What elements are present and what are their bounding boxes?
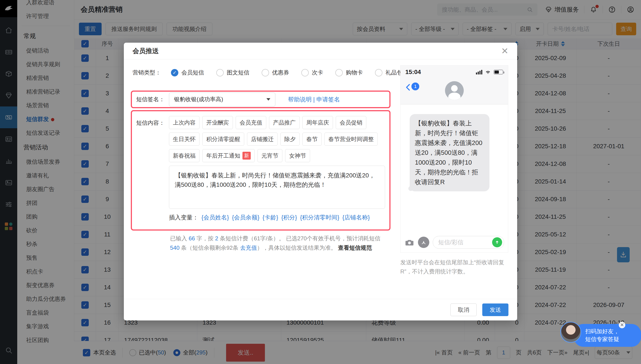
template-button-元宵节[interactable]: 元宵节: [258, 149, 282, 162]
sms-input-placeholder: 短信/彩信: [438, 238, 464, 246]
chat-bubble[interactable]: 扫码加好友， 短信专家答疑: [574, 324, 641, 347]
insert-variable-link[interactable]: {店铺名称}: [342, 214, 370, 222]
insert-variable-link[interactable]: {会员余额}: [232, 214, 260, 222]
template-button-除夕[interactable]: 除夕: [280, 132, 300, 146]
option-label: 会员短信: [181, 69, 204, 76]
template-button-开业酬宾[interactable]: 开业酬宾: [202, 116, 233, 129]
phone-compose-bar: 短信/彩信: [400, 232, 508, 252]
phone-preview: 15:04 1 【银豹收银】春装上新，时尚先行！储值钜惠震撼来袭，充值满200送…: [400, 65, 508, 253]
template-button-产品推广[interactable]: 产品推广: [269, 116, 300, 129]
chat-close-icon[interactable]: ✕: [619, 322, 625, 328]
template-label: 生日关怀: [173, 136, 195, 143]
signature-select[interactable]: 银豹收银(成功率高): [169, 92, 275, 106]
stats-text: ），具体以短信发送结果为准。: [257, 244, 338, 251]
template-label: 元宵节: [261, 152, 278, 160]
template-label: 新春祝福: [173, 152, 195, 160]
template-button-年后开工通知[interactable]: 年后开工通知新: [202, 149, 255, 162]
option-label: 购物卡: [346, 69, 363, 76]
sms-content-label: 短信内容：: [136, 119, 169, 225]
marketing-type-option-优惠券[interactable]: 优惠券: [262, 69, 289, 76]
sms-content-textarea[interactable]: 【银豹收银】春装上新，时尚先行！储值钜惠震撼来袭，充值满200送20，满500送…: [169, 166, 385, 209]
insert-variable-link[interactable]: {会员姓名}: [201, 214, 229, 222]
insert-variables-label: 插入变量：: [169, 214, 198, 222]
insert-variable-link[interactable]: {积分}: [281, 214, 297, 222]
template-label: 产品推广: [273, 119, 296, 126]
template-button-生日关怀[interactable]: 生日关怀: [169, 132, 199, 146]
marketing-type-option-次卡[interactable]: 次卡: [301, 69, 323, 76]
template-label: 会员充值: [240, 119, 262, 126]
insert-variable-link[interactable]: {积分清零时间}: [300, 214, 339, 222]
unread-badge: 1: [411, 82, 419, 90]
member-push-modal: 会员推送 ✕ 营销类型： ✓会员短信图文短信优惠券次卡购物卡礼品包 短信签名： …: [124, 43, 517, 320]
stats-text: 已输入: [170, 235, 188, 242]
option-label: 图文短信: [227, 69, 250, 76]
radio-checked-icon: ✓: [171, 69, 178, 76]
stats-text: 条短信计费（61字/条）。 已选270个有效手机号，预计消耗短信: [218, 235, 380, 242]
phone-nav-bar: 1: [400, 78, 508, 104]
template-button-会员促销[interactable]: 会员促销: [336, 116, 366, 129]
new-badge: 新: [243, 152, 251, 160]
send-arrow-icon[interactable]: [492, 237, 502, 247]
template-button-上次内容[interactable]: 上次内容: [169, 116, 199, 129]
template-button-春节营业时间调整[interactable]: 春节营业时间调整: [324, 132, 378, 146]
suffix-note: 发送时平台会在短信尾部加上“拒收请回复R”，不计入费用统计字数。: [400, 258, 509, 276]
insert-variables-row: 插入变量： {会员姓名}{会员余额}{卡龄}{积分}{积分清零时间}{店铺名称}: [169, 214, 385, 222]
template-label: 积分清零提醒: [206, 136, 240, 143]
marketing-type-option-图文短信[interactable]: 图文短信: [216, 69, 250, 76]
template-label: 除夕: [284, 136, 296, 143]
phone-time: 15:04: [405, 68, 421, 76]
option-label: 礼品包: [385, 69, 402, 76]
template-label: 女神节: [289, 152, 306, 160]
support-agent-avatar[interactable]: [560, 322, 581, 343]
template-label: 开业酬宾: [206, 119, 229, 126]
marketing-type-option-购物卡[interactable]: 购物卡: [335, 69, 363, 76]
marketing-type-label: 营销类型：: [133, 69, 161, 76]
marketing-type-option-礼品包[interactable]: 礼品包: [375, 69, 402, 76]
signature-help-links[interactable]: 帮助说明 | 申请签名: [288, 96, 340, 104]
cell-signal-icon: [476, 70, 482, 74]
template-button-新春祝福[interactable]: 新春祝福: [169, 149, 199, 162]
radio-unchecked-icon: [262, 69, 269, 76]
template-button-会员充值[interactable]: 会员充值: [236, 116, 266, 129]
template-button-女神节[interactable]: 女神节: [285, 149, 310, 162]
signature-value: 银豹收银(成功率高): [174, 96, 223, 103]
contact-avatar: [445, 81, 464, 100]
insert-variable-link[interactable]: {卡龄}: [263, 214, 278, 222]
template-button-春节[interactable]: 春节: [302, 132, 322, 146]
signature-highlight-box: 短信签名： 银豹收银(成功率高) 帮助说明 | 申请签名: [131, 90, 390, 108]
stats-link[interactable]: 540: [170, 244, 179, 251]
stats-link[interactable]: 去充值: [240, 244, 257, 251]
radio-unchecked-icon: [375, 69, 382, 76]
sms-preview-bubble: 【银豹收银】春装上新，时尚先行！储值钜惠震撼来袭，充值满200送20，满500送…: [410, 114, 490, 191]
stats-link[interactable]: 2: [215, 235, 218, 242]
content-highlight-box: 短信内容： 上次内容开业酬宾会员充值产品推广周年店庆会员促销生日关怀积分清零提醒…: [131, 110, 390, 230]
option-label: 优惠券: [272, 69, 289, 76]
sms-billing-stats: 已输入 66 字，按 2 条短信计费（61字/条）。 已选270个有效手机号，预…: [170, 234, 388, 252]
modal-header: 会员推送 ✕: [124, 43, 517, 60]
caret-down-icon: [266, 98, 270, 100]
camera-icon[interactable]: [404, 237, 414, 247]
signature-label: 短信签名：: [136, 96, 165, 103]
radio-unchecked-icon: [301, 69, 309, 76]
stats-link[interactable]: 66: [188, 235, 195, 242]
cancel-button[interactable]: 取消: [451, 304, 477, 316]
template-button-店铺搬迁[interactable]: 店铺搬迁: [247, 132, 278, 146]
radio-unchecked-icon: [216, 69, 224, 76]
sms-input-field[interactable]: 短信/彩信: [433, 236, 504, 248]
stats-text: 条（短信余额剩余92条: [179, 244, 240, 251]
close-icon[interactable]: ✕: [501, 46, 508, 55]
template-button-积分清零提醒[interactable]: 积分清零提醒: [202, 132, 244, 146]
template-label: 周年店庆: [306, 119, 329, 126]
appstore-icon[interactable]: [418, 237, 429, 248]
modal-footer: 取消 发送: [124, 299, 517, 320]
template-label: 会员促销: [340, 119, 362, 126]
phone-messages-area: 【银豹收银】春装上新，时尚先行！储值钜惠震撼来袭，充值满200送20，满500送…: [400, 104, 508, 232]
template-button-周年店庆[interactable]: 周年店庆: [302, 116, 333, 129]
stats-text: 字，按: [195, 235, 215, 242]
wifi-icon: [485, 68, 491, 76]
marketing-type-option-会员短信[interactable]: ✓会员短信: [171, 69, 204, 76]
battery-icon: [494, 70, 503, 74]
stats-text[interactable]: 查看短信规范: [338, 244, 372, 251]
phone-status-bar: 15:04: [400, 66, 508, 78]
send-button[interactable]: 发送: [482, 304, 508, 316]
